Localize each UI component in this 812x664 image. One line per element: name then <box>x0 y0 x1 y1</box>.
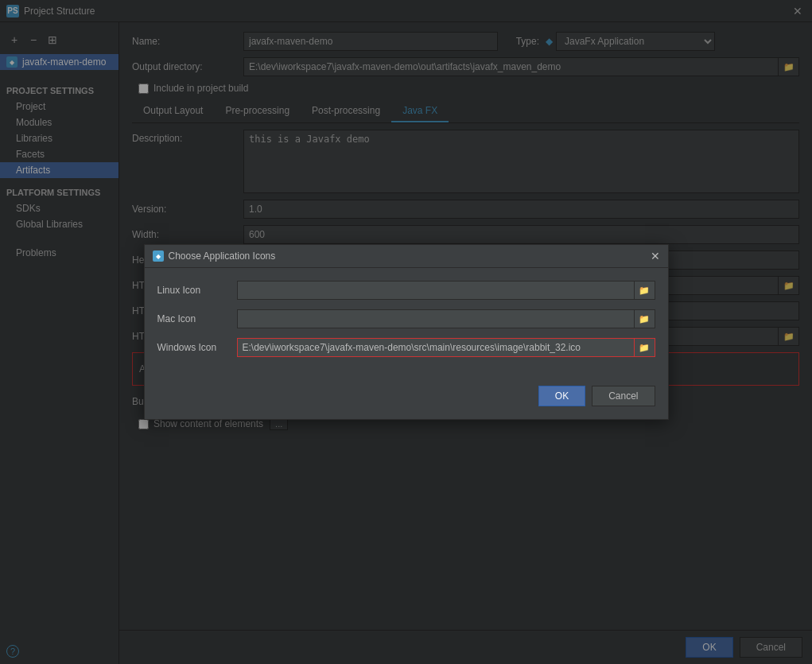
mac-icon-label: Mac Icon <box>157 313 237 324</box>
mac-icon-browse-btn[interactable]: 📁 <box>635 309 655 328</box>
windows-icon-field-group: 📁 <box>237 338 655 357</box>
mac-icon-row: Mac Icon 📁 <box>157 309 655 328</box>
linux-icon-field-group: 📁 <box>237 281 655 300</box>
modal-title-icon: ◆ <box>153 250 164 262</box>
windows-icon-label: Windows Icon <box>157 342 237 353</box>
modal-close-button[interactable]: ✕ <box>651 250 660 262</box>
modal-title-text: Choose Application Icons <box>169 250 276 262</box>
linux-icon-input[interactable] <box>237 281 635 300</box>
choose-icons-modal: ◆ Choose Application Icons ✕ Linux Icon … <box>144 244 669 420</box>
modal-cancel-button[interactable]: Cancel <box>592 386 655 406</box>
modal-ok-button[interactable]: OK <box>538 386 585 406</box>
windows-icon-browse-btn[interactable]: 📁 <box>635 338 655 357</box>
modal-content: Linux Icon 📁 Mac Icon 📁 Windows Icon <box>145 268 668 379</box>
linux-icon-label: Linux Icon <box>157 285 237 296</box>
modal-overlay: ◆ Choose Application Icons ✕ Linux Icon … <box>0 0 812 664</box>
linux-icon-row: Linux Icon 📁 <box>157 281 655 300</box>
linux-icon-browse-btn[interactable]: 📁 <box>635 281 655 300</box>
mac-icon-input[interactable] <box>237 309 635 328</box>
modal-title-bar: ◆ Choose Application Icons ✕ <box>145 245 668 268</box>
mac-icon-field-group: 📁 <box>237 309 655 328</box>
windows-icon-input[interactable] <box>237 338 635 357</box>
modal-buttons: OK Cancel <box>145 379 668 419</box>
windows-icon-row: Windows Icon 📁 <box>157 338 655 357</box>
